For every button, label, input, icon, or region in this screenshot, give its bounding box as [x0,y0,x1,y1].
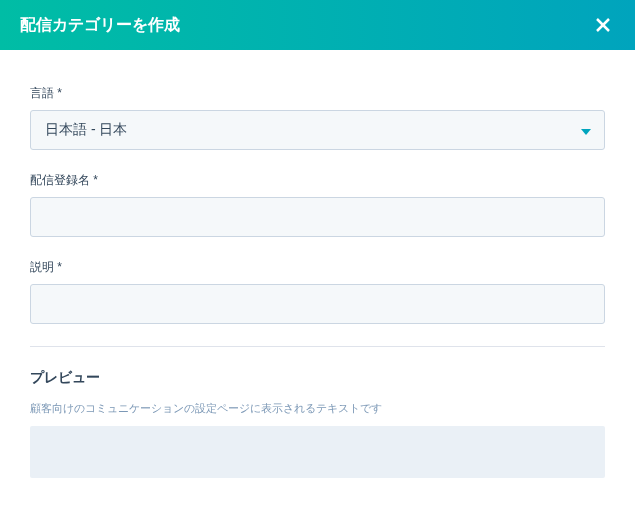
registration-name-field-group: 配信登録名 * [30,172,605,237]
language-field-group: 言語 * 日本語 - 日本 [30,85,605,150]
modal-body: 言語 * 日本語 - 日本 配信登録名 * 説明 * プレビュー 顧客向けのコミ… [0,50,635,498]
preview-box [30,426,605,478]
language-select-value: 日本語 - 日本 [30,110,605,150]
registration-name-label: 配信登録名 * [30,172,605,189]
close-button[interactable] [591,13,615,37]
preview-title: プレビュー [30,369,605,387]
modal: 配信カテゴリーを作成 言語 * 日本語 - 日本 配信登録名 * 説明 * [0,0,635,498]
description-field-group: 説明 * [30,259,605,324]
description-input[interactable] [30,284,605,324]
description-label: 説明 * [30,259,605,276]
registration-name-input[interactable] [30,197,605,237]
modal-header: 配信カテゴリーを作成 [0,0,635,50]
divider [30,346,605,347]
language-label: 言語 * [30,85,605,102]
preview-description: 顧客向けのコミュニケーションの設定ページに表示されるテキストです [30,401,605,416]
language-select[interactable]: 日本語 - 日本 [30,110,605,150]
close-icon [595,17,611,33]
modal-title: 配信カテゴリーを作成 [20,15,180,36]
